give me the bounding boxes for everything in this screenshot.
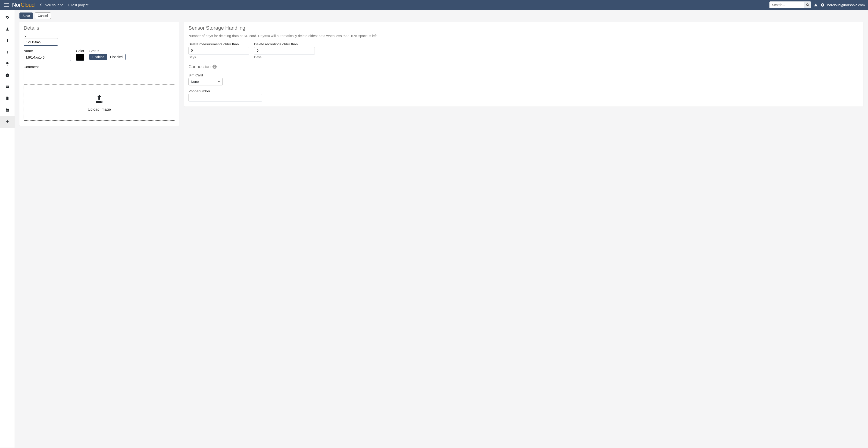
sidebar-item-alert[interactable] bbox=[0, 47, 15, 58]
breadcrumb-sep: > bbox=[68, 3, 70, 7]
app-header: NorCloud NorCloud te… > Test project ? n… bbox=[0, 0, 868, 10]
storage-description: Number of days for deleting data at SD c… bbox=[188, 33, 859, 38]
comment-input[interactable] bbox=[24, 70, 175, 80]
status-toggle: Enabled Disabled bbox=[89, 54, 126, 60]
id-label: Id bbox=[24, 33, 58, 37]
svg-point-29 bbox=[101, 102, 102, 102]
name-input[interactable] bbox=[24, 54, 71, 61]
svg-point-3 bbox=[806, 4, 808, 5]
calendar-icon bbox=[5, 108, 9, 113]
svg-rect-24 bbox=[7, 110, 8, 111]
sidebar-item-compass[interactable] bbox=[0, 70, 15, 82]
cancel-button[interactable]: Cancel bbox=[35, 12, 51, 19]
panels: Details Id Name Color Status bbox=[20, 22, 863, 126]
sidebar-item-list[interactable] bbox=[0, 82, 15, 93]
panel-storage: Sensor Storage Handling Number of days f… bbox=[184, 22, 863, 107]
status-label: Status bbox=[89, 49, 126, 53]
delete-rec-label: Delete recordings older than bbox=[254, 42, 315, 46]
bell-icon bbox=[5, 62, 9, 67]
search-button[interactable] bbox=[804, 1, 811, 8]
phone-input[interactable] bbox=[188, 94, 262, 101]
sidebar-item-sensor[interactable] bbox=[0, 35, 15, 47]
compass-icon bbox=[5, 73, 9, 78]
file-icon bbox=[5, 96, 9, 101]
delete-meas-label: Delete measurements older than bbox=[188, 42, 249, 46]
shell: Save Cancel Details Id Name Color bbox=[0, 10, 868, 448]
chevron-down-icon bbox=[218, 80, 220, 84]
id-input[interactable] bbox=[24, 38, 58, 46]
sidebar-item-notify[interactable] bbox=[0, 58, 15, 70]
sidebar-item-user[interactable] bbox=[0, 24, 15, 35]
details-title: Details bbox=[24, 25, 175, 31]
search-input[interactable] bbox=[769, 1, 804, 8]
svg-rect-23 bbox=[6, 110, 7, 111]
upload-label: Upload Image bbox=[88, 108, 111, 112]
sim-select-value: None bbox=[191, 80, 198, 84]
color-swatch[interactable] bbox=[76, 54, 84, 61]
name-label: Name bbox=[24, 49, 71, 53]
user-email[interactable]: norcloud@norsonic.com bbox=[827, 3, 866, 7]
breadcrumb-back[interactable] bbox=[38, 3, 44, 6]
color-label: Color bbox=[76, 49, 84, 53]
delete-meas-days: Days bbox=[188, 55, 249, 59]
phone-label: Phonenumber bbox=[188, 89, 859, 93]
connection-help-icon[interactable]: ? bbox=[213, 65, 217, 69]
status-enabled[interactable]: Enabled bbox=[90, 54, 107, 60]
user-icon bbox=[5, 27, 9, 32]
list-icon bbox=[5, 85, 9, 90]
action-row: Save Cancel bbox=[20, 12, 863, 19]
svg-rect-22 bbox=[8, 108, 8, 109]
sim-select[interactable]: None bbox=[188, 78, 223, 85]
connection-title: Connection bbox=[188, 64, 211, 69]
svg-text:?: ? bbox=[822, 4, 823, 6]
svg-rect-11 bbox=[7, 53, 8, 54]
status-disabled[interactable]: Disabled bbox=[107, 54, 125, 60]
sidebar-item-add[interactable] bbox=[0, 116, 15, 128]
gear-icon bbox=[5, 15, 9, 20]
plus-icon bbox=[5, 119, 9, 125]
svg-rect-18 bbox=[7, 87, 8, 87]
breadcrumb: NorCloud te… > Test project bbox=[45, 3, 88, 7]
comment-label: Comment bbox=[24, 65, 175, 69]
warning-icon[interactable] bbox=[814, 3, 818, 7]
sidebar-item-file[interactable] bbox=[0, 93, 15, 104]
sidebar-item-calendar[interactable] bbox=[0, 104, 15, 116]
svg-rect-16 bbox=[7, 86, 8, 87]
search bbox=[769, 1, 811, 8]
panel-details: Details Id Name Color Status bbox=[20, 22, 179, 126]
main-content: Save Cancel Details Id Name Color bbox=[15, 10, 868, 448]
sidebar bbox=[0, 10, 15, 448]
delete-rec-input[interactable] bbox=[254, 47, 315, 54]
svg-rect-17 bbox=[6, 87, 7, 87]
svg-rect-25 bbox=[8, 110, 8, 111]
svg-point-9 bbox=[7, 28, 8, 29]
svg-rect-21 bbox=[6, 108, 7, 109]
connection-heading: Connection ? bbox=[188, 64, 859, 71]
sim-label: Sim Card bbox=[188, 73, 859, 77]
help-icon[interactable]: ? bbox=[820, 3, 825, 7]
svg-rect-15 bbox=[6, 86, 7, 87]
header-right: ? norcloud@norsonic.com bbox=[769, 1, 866, 8]
bottle-icon bbox=[5, 38, 9, 43]
svg-rect-20 bbox=[6, 109, 9, 110]
brand-nor: Nor bbox=[12, 2, 21, 8]
breadcrumb-item-1[interactable]: NorCloud te… bbox=[45, 3, 67, 7]
sidebar-item-settings[interactable] bbox=[0, 12, 15, 24]
brand-cloud: Cloud bbox=[21, 2, 34, 8]
breadcrumb-item-2[interactable]: Test project bbox=[71, 3, 88, 7]
menu-toggle[interactable] bbox=[2, 2, 11, 8]
svg-line-4 bbox=[808, 5, 809, 6]
save-button[interactable]: Save bbox=[20, 12, 33, 19]
svg-rect-10 bbox=[7, 51, 8, 53]
upload-dropzone[interactable]: Upload Image bbox=[24, 85, 175, 121]
upload-icon bbox=[94, 93, 104, 105]
brand-logo[interactable]: NorCloud bbox=[11, 2, 36, 8]
storage-title: Sensor Storage Handling bbox=[188, 25, 859, 31]
delete-meas-input[interactable] bbox=[188, 47, 249, 54]
exclaim-icon bbox=[5, 50, 9, 55]
delete-rec-days: Days bbox=[254, 55, 315, 59]
